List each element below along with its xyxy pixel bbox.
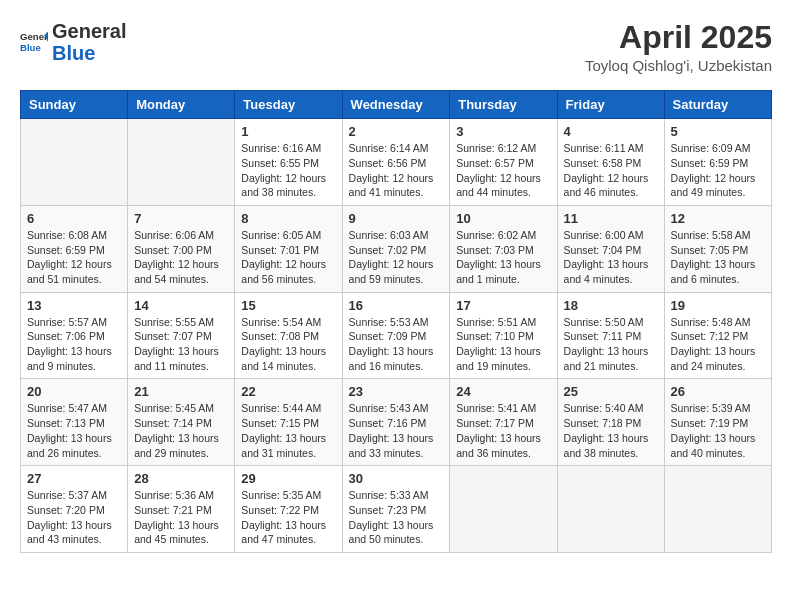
day-number: 14 [134,298,228,313]
day-detail: Sunrise: 5:41 AM Sunset: 7:17 PM Dayligh… [456,401,550,460]
day-number: 25 [564,384,658,399]
calendar-cell: 17Sunrise: 5:51 AM Sunset: 7:10 PM Dayli… [450,292,557,379]
day-detail: Sunrise: 6:06 AM Sunset: 7:00 PM Dayligh… [134,228,228,287]
day-detail: Sunrise: 5:33 AM Sunset: 7:23 PM Dayligh… [349,488,444,547]
day-number: 5 [671,124,765,139]
calendar-cell: 11Sunrise: 6:00 AM Sunset: 7:04 PM Dayli… [557,205,664,292]
day-number: 19 [671,298,765,313]
logo-blue-text: Blue [52,42,95,64]
logo-general-text: General [52,20,126,42]
calendar-cell: 1Sunrise: 6:16 AM Sunset: 6:55 PM Daylig… [235,119,342,206]
calendar-cell: 22Sunrise: 5:44 AM Sunset: 7:15 PM Dayli… [235,379,342,466]
day-number: 20 [27,384,121,399]
calendar-cell: 19Sunrise: 5:48 AM Sunset: 7:12 PM Dayli… [664,292,771,379]
day-detail: Sunrise: 6:05 AM Sunset: 7:01 PM Dayligh… [241,228,335,287]
day-detail: Sunrise: 5:57 AM Sunset: 7:06 PM Dayligh… [27,315,121,374]
calendar-cell: 26Sunrise: 5:39 AM Sunset: 7:19 PM Dayli… [664,379,771,466]
day-number: 21 [134,384,228,399]
day-number: 17 [456,298,550,313]
calendar-cell: 12Sunrise: 5:58 AM Sunset: 7:05 PM Dayli… [664,205,771,292]
calendar-cell: 27Sunrise: 5:37 AM Sunset: 7:20 PM Dayli… [21,466,128,553]
day-number: 27 [27,471,121,486]
calendar-cell: 28Sunrise: 5:36 AM Sunset: 7:21 PM Dayli… [128,466,235,553]
calendar-cell: 15Sunrise: 5:54 AM Sunset: 7:08 PM Dayli… [235,292,342,379]
day-number: 18 [564,298,658,313]
day-number: 10 [456,211,550,226]
day-detail: Sunrise: 5:45 AM Sunset: 7:14 PM Dayligh… [134,401,228,460]
day-number: 3 [456,124,550,139]
calendar-cell: 13Sunrise: 5:57 AM Sunset: 7:06 PM Dayli… [21,292,128,379]
day-detail: Sunrise: 6:09 AM Sunset: 6:59 PM Dayligh… [671,141,765,200]
day-number: 26 [671,384,765,399]
day-number: 12 [671,211,765,226]
day-number: 28 [134,471,228,486]
day-number: 8 [241,211,335,226]
logo-icon: General Blue [20,28,48,56]
day-detail: Sunrise: 5:51 AM Sunset: 7:10 PM Dayligh… [456,315,550,374]
calendar-cell: 24Sunrise: 5:41 AM Sunset: 7:17 PM Dayli… [450,379,557,466]
calendar-cell: 4Sunrise: 6:11 AM Sunset: 6:58 PM Daylig… [557,119,664,206]
day-number: 23 [349,384,444,399]
day-detail: Sunrise: 6:00 AM Sunset: 7:04 PM Dayligh… [564,228,658,287]
day-detail: Sunrise: 5:54 AM Sunset: 7:08 PM Dayligh… [241,315,335,374]
calendar-cell: 10Sunrise: 6:02 AM Sunset: 7:03 PM Dayli… [450,205,557,292]
day-detail: Sunrise: 5:43 AM Sunset: 7:16 PM Dayligh… [349,401,444,460]
day-detail: Sunrise: 6:14 AM Sunset: 6:56 PM Dayligh… [349,141,444,200]
weekday-header-wednesday: Wednesday [342,91,450,119]
calendar-cell: 29Sunrise: 5:35 AM Sunset: 7:22 PM Dayli… [235,466,342,553]
day-detail: Sunrise: 5:37 AM Sunset: 7:20 PM Dayligh… [27,488,121,547]
day-number: 16 [349,298,444,313]
calendar-week-5: 27Sunrise: 5:37 AM Sunset: 7:20 PM Dayli… [21,466,772,553]
weekday-header-tuesday: Tuesday [235,91,342,119]
day-detail: Sunrise: 5:55 AM Sunset: 7:07 PM Dayligh… [134,315,228,374]
logo: General Blue General Blue [20,20,126,64]
calendar-cell: 30Sunrise: 5:33 AM Sunset: 7:23 PM Dayli… [342,466,450,553]
calendar-cell: 8Sunrise: 6:05 AM Sunset: 7:01 PM Daylig… [235,205,342,292]
weekday-row: SundayMondayTuesdayWednesdayThursdayFrid… [21,91,772,119]
calendar-cell [450,466,557,553]
day-detail: Sunrise: 5:50 AM Sunset: 7:11 PM Dayligh… [564,315,658,374]
day-number: 1 [241,124,335,139]
month-title: April 2025 [585,20,772,55]
day-detail: Sunrise: 5:44 AM Sunset: 7:15 PM Dayligh… [241,401,335,460]
day-detail: Sunrise: 6:12 AM Sunset: 6:57 PM Dayligh… [456,141,550,200]
calendar-cell: 16Sunrise: 5:53 AM Sunset: 7:09 PM Dayli… [342,292,450,379]
weekday-header-monday: Monday [128,91,235,119]
day-number: 9 [349,211,444,226]
calendar-week-3: 13Sunrise: 5:57 AM Sunset: 7:06 PM Dayli… [21,292,772,379]
day-number: 2 [349,124,444,139]
day-detail: Sunrise: 5:35 AM Sunset: 7:22 PM Dayligh… [241,488,335,547]
calendar-cell: 9Sunrise: 6:03 AM Sunset: 7:02 PM Daylig… [342,205,450,292]
calendar-cell: 23Sunrise: 5:43 AM Sunset: 7:16 PM Dayli… [342,379,450,466]
weekday-header-saturday: Saturday [664,91,771,119]
day-detail: Sunrise: 6:11 AM Sunset: 6:58 PM Dayligh… [564,141,658,200]
calendar-cell [557,466,664,553]
day-detail: Sunrise: 5:47 AM Sunset: 7:13 PM Dayligh… [27,401,121,460]
day-number: 13 [27,298,121,313]
calendar-cell: 14Sunrise: 5:55 AM Sunset: 7:07 PM Dayli… [128,292,235,379]
calendar-cell: 3Sunrise: 6:12 AM Sunset: 6:57 PM Daylig… [450,119,557,206]
svg-text:General: General [20,31,48,42]
calendar-cell: 18Sunrise: 5:50 AM Sunset: 7:11 PM Dayli… [557,292,664,379]
day-number: 29 [241,471,335,486]
calendar-cell: 5Sunrise: 6:09 AM Sunset: 6:59 PM Daylig… [664,119,771,206]
calendar-week-2: 6Sunrise: 6:08 AM Sunset: 6:59 PM Daylig… [21,205,772,292]
calendar-week-1: 1Sunrise: 6:16 AM Sunset: 6:55 PM Daylig… [21,119,772,206]
page-header: General Blue General Blue April 2025 Toy… [20,20,772,74]
calendar-cell [21,119,128,206]
day-number: 15 [241,298,335,313]
calendar-cell: 20Sunrise: 5:47 AM Sunset: 7:13 PM Dayli… [21,379,128,466]
day-detail: Sunrise: 5:40 AM Sunset: 7:18 PM Dayligh… [564,401,658,460]
calendar-cell: 7Sunrise: 6:06 AM Sunset: 7:00 PM Daylig… [128,205,235,292]
calendar-body: 1Sunrise: 6:16 AM Sunset: 6:55 PM Daylig… [21,119,772,553]
calendar-cell [664,466,771,553]
calendar-cell: 21Sunrise: 5:45 AM Sunset: 7:14 PM Dayli… [128,379,235,466]
day-detail: Sunrise: 6:03 AM Sunset: 7:02 PM Dayligh… [349,228,444,287]
calendar-cell: 6Sunrise: 6:08 AM Sunset: 6:59 PM Daylig… [21,205,128,292]
title-block: April 2025 Toyloq Qishlog'i, Uzbekistan [585,20,772,74]
weekday-header-sunday: Sunday [21,91,128,119]
calendar-header: SundayMondayTuesdayWednesdayThursdayFrid… [21,91,772,119]
day-number: 24 [456,384,550,399]
day-number: 6 [27,211,121,226]
svg-text:Blue: Blue [20,42,41,53]
